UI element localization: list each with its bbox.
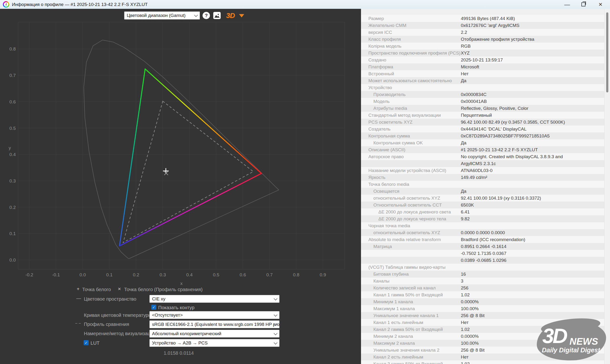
row-label: (VCGT) Таблица гаммы видео-карты (368, 265, 446, 270)
row-label: ΔE 2000 до локуса черного тела (378, 216, 446, 221)
table-row: Может использоваться самостоятельноДа (361, 77, 604, 84)
row-value: 96.42 100.00 82.49 (xy 0.3457 0.3585, CC… (461, 120, 565, 125)
table-row: Создатель0x4443414C 'DCAL' DisplayCAL (361, 126, 604, 132)
row-value: 6.41 (461, 209, 470, 215)
row-label: Контрольная сумма OK (373, 140, 423, 145)
rendering-intent-select[interactable]: Абсолютный колориметрический (149, 330, 280, 338)
row-label: Относительный осветитель CCT (373, 203, 442, 208)
table-row: Колірна модельRGB (361, 43, 604, 50)
svg-text:0.8: 0.8 (293, 272, 299, 277)
svg-text:0.9: 0.9 (320, 272, 326, 277)
svg-text:-0.2: -0.2 (26, 272, 33, 277)
watermark-news-text: NEWS (570, 336, 598, 347)
table-row: Количество записей на канал256 (361, 285, 604, 291)
row-label: Яркость (368, 175, 385, 180)
view-3d-button[interactable]: 3D (226, 12, 235, 20)
row-value: ArgyllCMS 2.3.1c (461, 161, 496, 166)
table-row: Производитель0x0000834C (361, 91, 604, 98)
view-3d-dropdown-icon[interactable] (239, 14, 244, 17)
svg-text:0.3: 0.3 (10, 178, 16, 183)
svg-text:0.7: 0.7 (266, 272, 273, 277)
solid-line-symbol: — (76, 296, 81, 301)
svg-text:x: x (180, 281, 183, 286)
row-value: 256 @ 8 Bit (461, 313, 485, 318)
row-value: 256 (461, 286, 468, 291)
gamut-view-select[interactable]: Цветовой диапазон (Gamut) (124, 12, 200, 20)
row-label: Absolute to media relative transform (368, 237, 441, 242)
row-value: Microsoft (461, 64, 479, 70)
chevron-down-icon (194, 13, 198, 17)
minimize-button[interactable]: — (560, 0, 574, 9)
row-value: Bradford (ICC recommendation) (461, 237, 525, 242)
row-value: 1.02 (461, 327, 470, 332)
table-row: Атрибуты mediaReflective, Glossy, Positi… (361, 105, 604, 112)
3dnews-watermark: 3D NEWS Daily Digital Digest (537, 320, 606, 361)
table-row: Матрица0.8951 0.2664 -0.1614 (361, 243, 604, 250)
help-icon[interactable]: ? (203, 12, 210, 19)
row-value: 0.8951 0.2664 -0.1614 (461, 244, 506, 249)
svg-text:0.5: 0.5 (10, 126, 16, 131)
legend-white-point-label: Точка белого (82, 287, 111, 292)
row-label: Создатель (368, 127, 390, 132)
lut-direction-select[interactable]: Устройство → A2B → PCS (149, 339, 280, 347)
row-label: Размер (368, 16, 384, 21)
row-label: Каналы (373, 278, 389, 284)
svg-text:0.0: 0.0 (10, 258, 16, 262)
row-label: PCS осветитель XYZ (368, 120, 413, 125)
row-value: 0.0000% (461, 334, 479, 339)
profile-table: Размер499136 Bytes (487.44 KiB)Желательн… (361, 15, 604, 364)
restore-button[interactable] (577, 0, 590, 9)
row-label: Атрибуты media (373, 106, 407, 111)
table-row: Каналы3 (361, 277, 604, 285)
colorspace-select[interactable]: CIE xy (149, 295, 280, 303)
row-label: ΔE 2000 до локуса дневного света (378, 209, 451, 215)
comparison-profile-select-value: sRGB IEC61966-2.1 (Equivalent to www.srg… (152, 322, 280, 327)
table-row: ПлатформаMicrosoft (361, 63, 604, 70)
row-value: XYZ (461, 51, 470, 56)
profile-info-window: i Информация о профиле — #1 2025-10-21 1… (0, 0, 610, 364)
row-value: 1.02 (461, 292, 470, 298)
row-value: #1 2025-10-21 13-42 2.2 F-S XYZLUT (461, 147, 538, 153)
row-value: Да (461, 140, 466, 145)
table-row: Точка белого media (361, 181, 604, 188)
show-outline-label: Показать контур (158, 305, 195, 310)
colorspace-label: Цветовое пространство (84, 296, 136, 302)
row-value: 6503K (461, 203, 474, 208)
image-export-icon[interactable] (213, 12, 221, 19)
svg-text:0.1: 0.1 (106, 272, 113, 277)
temperature-curve-select[interactable]: <Отсутствует> (149, 311, 280, 319)
legend-white-point-comparison-label: Точка белого (Профиль сравнения) (124, 287, 203, 292)
svg-text:0.8: 0.8 (10, 46, 16, 52)
row-label: Количество записей на канал (373, 286, 436, 291)
chevron-down-icon (274, 341, 278, 344)
chevron-down-icon (274, 331, 278, 335)
table-row: Уникальное значение канала 1256 @ 8 Bit (361, 312, 604, 319)
row-value: 256 @ 8 Bit (461, 348, 485, 353)
row-value: 100.00% (461, 341, 479, 346)
comparison-profile-select[interactable]: sRGB IEC61966-2.1 (Equivalent to www.srg… (149, 320, 280, 328)
row-label: Может использоваться самостоятельно (368, 78, 452, 83)
table-row: ОсвещаетсяДа (361, 188, 604, 195)
lut-checkbox[interactable]: ✓ (84, 340, 89, 345)
row-value: 0.0000% (461, 299, 479, 304)
rendering-intent-label: Намерение/метод визуализации (84, 331, 156, 336)
table-row: ΔE 2000 до локуса дневного света6.41 (361, 208, 604, 215)
row-value: 0.0389 -0.0685 1.0296 (461, 258, 506, 263)
table-row: Максимум 1 канала100.00% (361, 305, 604, 312)
row-label: Чорная точка media (368, 223, 410, 228)
row-value: RGB (461, 44, 471, 49)
scrollbar-track[interactable] (604, 9, 610, 364)
close-button[interactable]: ✕ (594, 0, 607, 9)
table-row: версия ICC2.2 (361, 29, 604, 36)
row-label: Уникальное значение канала 1 (373, 313, 439, 318)
photo-glyph (214, 13, 220, 18)
row-label: Канал 1 гамма 50% от Входящей (373, 292, 443, 298)
scrollbar-thumb[interactable] (606, 13, 608, 92)
row-value: -0.7502 1.7135 0.0367 (461, 251, 506, 256)
table-row: (VCGT) Таблица гаммы видео-карты (361, 264, 604, 271)
show-outline-checkbox[interactable]: ✓ (151, 305, 156, 310)
row-value: ATNA60DL03-0 (461, 168, 493, 173)
watermark-3d-text: 3D (542, 324, 566, 348)
row-value: 0x000041AB (461, 99, 487, 104)
row-label: Название модели устройства (ASCII) (368, 168, 446, 173)
